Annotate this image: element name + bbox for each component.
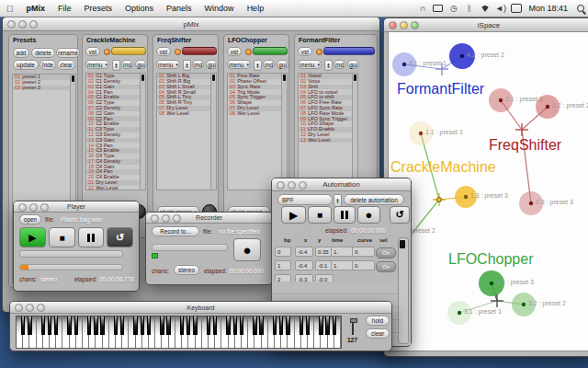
keyboard-titlebar[interactable]: Keyboard bbox=[10, 302, 391, 314]
param-row[interactable]: 22Wet Level bbox=[86, 186, 145, 190]
black-key[interactable] bbox=[48, 316, 51, 335]
spotlight-icon[interactable] bbox=[574, 3, 586, 14]
zoom-icon[interactable] bbox=[29, 20, 38, 29]
minimize-icon[interactable] bbox=[26, 304, 34, 312]
stop-button[interactable]: ■ bbox=[308, 206, 332, 224]
vst-button[interactable]: vst bbox=[156, 47, 171, 56]
param-stepper[interactable]: ▲▼ bbox=[324, 60, 333, 71]
scroll-thumb[interactable] bbox=[283, 75, 286, 81]
black-key[interactable] bbox=[333, 316, 336, 335]
gui-button[interactable]: gui bbox=[277, 60, 288, 69]
param-stepper[interactable]: ▲▼ bbox=[183, 60, 191, 71]
black-key[interactable] bbox=[114, 316, 118, 335]
black-key[interactable] bbox=[141, 316, 144, 335]
param-list[interactable]: 01Free Rate02Phase Offset03Sync Rate04Tr… bbox=[227, 73, 288, 190]
black-key[interactable] bbox=[253, 316, 256, 335]
open-button[interactable]: open bbox=[19, 214, 41, 224]
menu-item-pmix[interactable]: pMix bbox=[20, 4, 52, 13]
cell-curve[interactable]: 0. bbox=[352, 260, 375, 270]
menu-item-presets[interactable]: Presets bbox=[78, 4, 119, 13]
minimize-icon[interactable] bbox=[29, 203, 38, 212]
stop-button[interactable]: ■ bbox=[49, 227, 75, 247]
headphones-icon[interactable]: ∩ bbox=[416, 3, 428, 14]
black-key[interactable] bbox=[28, 316, 31, 335]
record-button[interactable]: ● bbox=[357, 206, 380, 224]
interpolation-space[interactable]: 4.1 : preset 14.2 : preset 2FormantFilte… bbox=[384, 18, 588, 356]
black-key[interactable] bbox=[213, 316, 217, 335]
table-scrollbar[interactable] bbox=[398, 237, 409, 344]
md-button[interactable]: md bbox=[263, 60, 275, 69]
black-key[interactable] bbox=[54, 316, 58, 335]
zoom-icon[interactable] bbox=[299, 181, 307, 190]
vst-button[interactable]: vst bbox=[298, 47, 312, 56]
preset-node-dot[interactable] bbox=[460, 54, 464, 58]
param-scrollbar[interactable] bbox=[352, 74, 357, 190]
automation-titlebar[interactable]: Automation bbox=[272, 178, 411, 191]
window-lights[interactable] bbox=[7, 20, 38, 29]
black-key[interactable] bbox=[306, 316, 310, 335]
param-list[interactable]: 01Shift L Big02Shift R Big03Shift L Smal… bbox=[156, 73, 217, 190]
black-key[interactable] bbox=[74, 316, 78, 335]
cell-time[interactable]: 1. bbox=[331, 260, 354, 270]
black-key[interactable] bbox=[67, 316, 71, 335]
loop-button[interactable]: ↺ bbox=[390, 206, 410, 224]
black-key[interactable] bbox=[41, 316, 45, 335]
piano-keyboard[interactable] bbox=[16, 316, 342, 349]
display-icon[interactable] bbox=[432, 3, 444, 14]
scroll-thumb[interactable] bbox=[354, 75, 356, 81]
preset-node-dot[interactable] bbox=[546, 105, 549, 109]
preset-node-dot[interactable] bbox=[522, 303, 526, 306]
black-key[interactable] bbox=[160, 316, 164, 335]
zoom-icon[interactable] bbox=[40, 203, 49, 212]
param-list[interactable]: 01C1 Type02C1 Density03C1 Gain04C1 Pan05… bbox=[85, 73, 146, 190]
clear-button[interactable]: clear bbox=[57, 60, 75, 70]
param-row[interactable]: 08Wet Level bbox=[228, 111, 287, 117]
close-icon[interactable] bbox=[7, 20, 16, 29]
pause-button[interactable] bbox=[334, 206, 356, 224]
preset-node-dot[interactable] bbox=[458, 311, 461, 315]
param-scrollbar[interactable] bbox=[281, 74, 287, 190]
play-button[interactable]: ▶ bbox=[19, 227, 46, 247]
preset-node-dot[interactable] bbox=[402, 63, 406, 66]
wifi-icon[interactable] bbox=[479, 3, 491, 14]
black-key[interactable] bbox=[325, 316, 329, 335]
clock-icon[interactable]: ◷ bbox=[447, 3, 459, 14]
record-to-button[interactable]: Record to... bbox=[152, 226, 199, 236]
black-key[interactable] bbox=[273, 316, 277, 335]
cell-bp[interactable]: 0 bbox=[275, 247, 291, 257]
delete-button[interactable]: delete bbox=[31, 48, 55, 58]
param-row[interactable]: 13Wet Level bbox=[299, 138, 357, 144]
menu-item-panels[interactable]: Panels bbox=[160, 4, 198, 13]
black-key[interactable] bbox=[300, 316, 303, 335]
volume-icon[interactable]: ◄) bbox=[494, 3, 506, 14]
param-row[interactable]: 08Wet Level bbox=[157, 111, 216, 117]
stereo-button[interactable]: stereo bbox=[174, 265, 199, 275]
velocity-slider[interactable] bbox=[352, 318, 354, 335]
preset-node-dot[interactable] bbox=[499, 98, 503, 102]
md-button[interactable]: md bbox=[192, 60, 204, 69]
zoom-icon[interactable] bbox=[173, 214, 181, 223]
black-key[interactable] bbox=[319, 316, 322, 335]
black-key[interactable] bbox=[193, 316, 197, 335]
black-key[interactable] bbox=[100, 316, 104, 335]
cell-x[interactable]: -0.4 bbox=[295, 260, 313, 270]
preset-node-dot[interactable] bbox=[464, 195, 468, 199]
bluetooth-icon[interactable]: ᛒ bbox=[463, 3, 475, 14]
interp-cursor-dot[interactable] bbox=[437, 198, 442, 202]
preset-node-dot[interactable] bbox=[490, 282, 493, 285]
gui-button[interactable]: gui bbox=[206, 60, 218, 69]
black-key[interactable] bbox=[94, 316, 97, 335]
hide-button[interactable]: hide bbox=[40, 60, 56, 70]
black-key[interactable] bbox=[233, 316, 237, 335]
pause-button[interactable] bbox=[78, 227, 104, 247]
delete-automation-button[interactable]: delete automation bbox=[344, 194, 404, 205]
param-scrollbar[interactable] bbox=[210, 74, 216, 190]
zoom-icon[interactable] bbox=[37, 304, 45, 312]
update-button[interactable]: update bbox=[13, 60, 39, 70]
cell-curve[interactable]: 0. bbox=[352, 247, 375, 257]
black-key[interactable] bbox=[279, 316, 283, 335]
black-key[interactable] bbox=[21, 316, 25, 335]
sel-on-button[interactable]: On bbox=[376, 247, 396, 259]
param-list[interactable]: 01Vowel02Voice03Shift04LFO to vowel05LFO… bbox=[298, 73, 358, 190]
cell-bp[interactable]: 1 bbox=[275, 260, 291, 270]
